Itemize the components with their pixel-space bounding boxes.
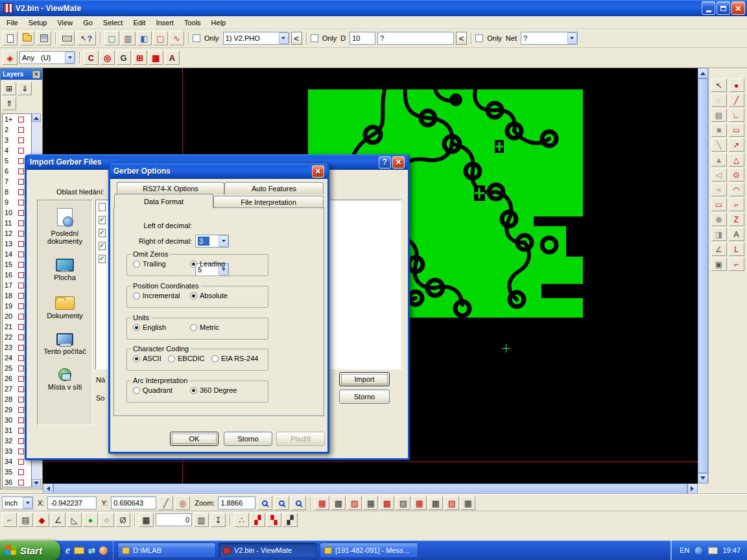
new-file-button[interactable]	[3, 31, 18, 45]
scroll-right-icon[interactable]	[687, 484, 698, 494]
arc-icon[interactable]: ◠	[729, 183, 744, 196]
prev-layer-button[interactable]: <	[291, 32, 302, 45]
import-button[interactable]: Import	[339, 372, 390, 386]
triangle-icon[interactable]: ▲	[711, 153, 727, 167]
layer-color-swatch[interactable]	[18, 220, 24, 226]
snap-button[interactable]	[211, 513, 226, 527]
scroll-thumb[interactable]	[698, 78, 708, 473]
pat-d-icon[interactable]: ▞	[283, 513, 298, 527]
internet-explorer-icon[interactable]: e	[65, 544, 70, 556]
pat-b-icon[interactable]: ▞	[250, 513, 265, 527]
layer-color-swatch[interactable]	[18, 469, 24, 475]
place-network[interactable]: Místa v síti	[39, 367, 91, 391]
place-my-computer[interactable]: Tento počítač	[39, 331, 91, 355]
chevron-down-icon[interactable]	[567, 32, 577, 44]
print-button[interactable]	[60, 31, 75, 45]
layer-color-swatch[interactable]	[18, 272, 24, 278]
pattern-7-icon[interactable]: ▦	[412, 496, 427, 510]
layer-color-swatch[interactable]	[18, 200, 24, 205]
layer-row[interactable]: 2	[3, 124, 31, 135]
radio-quadrant[interactable]: Quadrant	[133, 386, 190, 394]
radio-english[interactable]: English	[133, 323, 190, 331]
menu-item[interactable]: File	[1, 18, 23, 28]
chevron-down-icon[interactable]	[219, 235, 228, 247]
horizontal-scrollbar[interactable]	[43, 484, 698, 494]
layer-color-swatch[interactable]	[18, 459, 24, 465]
layer-row[interactable]: 36	[3, 477, 31, 487]
layer-row[interactable]: 3	[3, 135, 31, 145]
layer-color-swatch[interactable]	[18, 283, 24, 288]
tab-rs274x-options[interactable]: RS274-X Options	[117, 182, 224, 194]
triangle-outline-icon[interactable]: △	[729, 153, 744, 167]
layers-options-button[interactable]	[2, 82, 16, 95]
explorer-folder-icon[interactable]	[74, 547, 84, 554]
shape-1-icon[interactable]: ⌐	[2, 513, 17, 527]
unit-combo[interactable]: inch	[2, 496, 33, 509]
stack-icon[interactable]: ▤	[711, 108, 727, 122]
layer-color-swatch[interactable]	[18, 293, 24, 299]
waves-icon[interactable]: ≈	[711, 183, 727, 196]
layer-color-swatch[interactable]	[18, 241, 24, 247]
layer-color-swatch[interactable]	[18, 158, 24, 164]
layer-color-swatch[interactable]	[18, 314, 24, 320]
start-button[interactable]: Start	[0, 541, 60, 560]
zoom-field[interactable]: 1.8866	[218, 496, 255, 509]
cursor-icon[interactable]: ↖	[711, 78, 727, 92]
aperture-combo[interactable]: Any (U)	[19, 51, 75, 64]
wave-icon[interactable]: ∿	[169, 31, 184, 45]
aperture-select-button[interactable]: ◈	[3, 51, 18, 65]
hook-icon[interactable]: ⌐	[729, 257, 744, 271]
pattern-5-icon[interactable]: ▩	[379, 496, 394, 510]
scroll-down-icon[interactable]	[32, 479, 41, 487]
menu-item[interactable]: Select	[98, 18, 128, 28]
layer-color-swatch[interactable]	[18, 262, 24, 268]
tab-auto-features[interactable]: Auto Features	[224, 182, 324, 194]
gear-icon[interactable]: ⊛	[711, 213, 727, 226]
only-dcode-checkbox[interactable]	[311, 34, 318, 42]
layer-color-swatch[interactable]	[18, 449, 24, 454]
dcode-count-field[interactable]: 0	[156, 513, 192, 526]
radio-ascii[interactable]: ASCII	[133, 355, 168, 362]
radio-trailing[interactable]: Trailing	[133, 260, 190, 268]
shape-5-icon[interactable]: ◺	[67, 513, 82, 527]
close-button[interactable]	[392, 156, 405, 169]
apply-button[interactable]: Použít	[276, 432, 325, 446]
circle-dot-icon[interactable]: ⊙	[729, 168, 744, 181]
l-shape-icon[interactable]: L	[729, 242, 744, 256]
rotate-icon[interactable]: ◁	[711, 168, 727, 181]
select-area-icon[interactable]: ▢	[104, 31, 119, 45]
highlight-icon[interactable]: ▥	[121, 31, 136, 45]
tray-app-icon[interactable]	[694, 546, 704, 555]
arrow-ne-icon[interactable]: ↗	[729, 138, 744, 152]
pattern-4-icon[interactable]: ▦	[363, 496, 378, 510]
layer-color-swatch[interactable]	[18, 251, 24, 257]
mirror-icon[interactable]: ◨	[711, 228, 727, 241]
close-button[interactable]	[312, 165, 324, 178]
pattern-1-icon[interactable]: ▦	[314, 496, 329, 510]
help-button[interactable]	[379, 156, 391, 169]
place-documents[interactable]: Dokumenty	[39, 293, 91, 320]
layer-color-swatch[interactable]	[18, 438, 24, 444]
radio-metric[interactable]: Metric	[190, 323, 219, 331]
vertical-scrollbar[interactable]	[698, 68, 708, 484]
pick-layer-icon[interactable]: ◧	[137, 31, 152, 45]
menu-item[interactable]: View	[52, 18, 78, 28]
pattern-2-icon[interactable]: ▩	[331, 496, 346, 510]
zoom-window-button[interactable]	[274, 496, 289, 510]
pattern-8-icon[interactable]: ▩	[428, 496, 443, 510]
hatch-tool-icon[interactable]: ▦	[148, 51, 163, 65]
language-indicator[interactable]: EN	[680, 546, 689, 554]
pat-c-icon[interactable]: ▚	[267, 513, 281, 527]
layer-color-swatch[interactable]	[18, 179, 24, 185]
layer-color-swatch[interactable]	[18, 355, 24, 361]
only-layer-checkbox[interactable]	[193, 34, 200, 42]
layer-color-swatch[interactable]	[18, 303, 24, 309]
menu-item[interactable]: Tools	[179, 18, 206, 28]
radio-ebcdic[interactable]: EBCDIC	[168, 355, 211, 362]
layer-color-swatch[interactable]	[18, 334, 24, 340]
cancel-button[interactable]: Storno	[224, 432, 272, 446]
pattern-3-icon[interactable]: ▨	[347, 496, 362, 510]
minimize-button[interactable]	[702, 1, 715, 15]
zoom-fit-button[interactable]	[291, 496, 306, 510]
close-icon[interactable]	[32, 71, 40, 78]
